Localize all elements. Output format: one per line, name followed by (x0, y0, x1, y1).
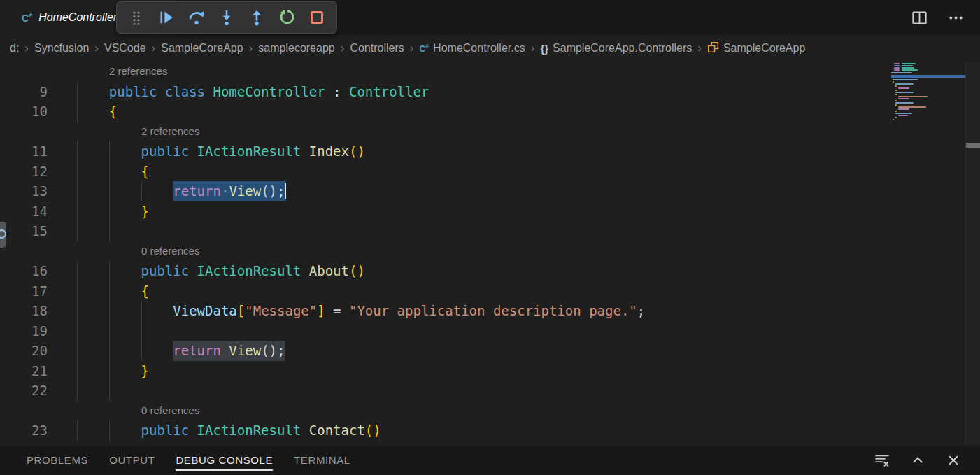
debug-restart-button[interactable] (274, 5, 299, 30)
breadcrumb-separator: › (410, 41, 414, 55)
panel-tab-problems[interactable]: PROBLEMS (27, 445, 88, 475)
code-line-content[interactable]: return View(); (77, 341, 285, 361)
text-cursor (285, 183, 286, 199)
split-editor-icon[interactable] (910, 8, 928, 27)
clear-console-icon[interactable] (874, 452, 890, 469)
code-line: 12 { (0, 162, 980, 182)
breadcrumb-item-samplecoreapp[interactable]: SampleCoreApp (707, 41, 805, 56)
line-number[interactable]: 16 (0, 261, 48, 281)
minimap-line (893, 119, 894, 120)
vscode-window: C# HomeController.cs d:›Syncfusion›VSCod… (0, 0, 980, 475)
code-token: } (141, 363, 149, 378)
breadcrumb-label: VSCode (104, 42, 146, 55)
breadcrumb-separator: › (697, 41, 702, 55)
line-number[interactable]: 20 (0, 341, 48, 361)
code-line-content[interactable]: } (77, 201, 149, 222)
panel-tab-output[interactable]: OUTPUT (109, 445, 155, 475)
minimap-line (898, 87, 909, 89)
code-line-content[interactable]: public IActionResult Contact() (77, 420, 381, 441)
debug-continue-button[interactable] (154, 5, 179, 30)
panel-tab-debug-console[interactable]: DEBUG CONSOLE (176, 445, 273, 475)
close-panel-icon[interactable] (945, 452, 962, 469)
breadcrumb-item-samplecoreapp-controllers[interactable]: {}SampleCoreApp.Controllers (540, 42, 692, 55)
minimap-line (902, 69, 918, 71)
codelens-row: 0 references (0, 241, 980, 262)
line-number[interactable]: 13 (0, 181, 48, 201)
scrollbar-thumb[interactable] (966, 143, 980, 148)
minimap-line (895, 85, 897, 87)
code-token: public class (109, 84, 213, 99)
code-token: IActionResult (197, 143, 309, 159)
debug-step-out-button[interactable] (244, 5, 269, 30)
panel-tabs: PROBLEMSOUTPUTDEBUG CONSOLETERMINAL (0, 445, 350, 475)
breadcrumb-item-controllers[interactable]: Controllers (350, 42, 404, 55)
code-token (77, 104, 109, 119)
line-number[interactable]: 18 (0, 301, 48, 321)
codelens-label[interactable]: 0 references (141, 401, 199, 421)
breadcrumb-item-d-[interactable]: d: (10, 42, 19, 55)
code-token: { (141, 164, 149, 179)
minimap-line (894, 67, 900, 69)
panel-tab-terminal[interactable]: TERMINAL (294, 445, 350, 475)
maximize-panel-icon[interactable] (909, 452, 926, 469)
code-line-content[interactable]: public IActionResult Index() (77, 141, 365, 162)
line-number[interactable]: 23 (0, 420, 48, 441)
line-number[interactable]: 22 (0, 381, 48, 401)
breadcrumb-item-syncfusion[interactable]: Syncfusion (34, 42, 89, 55)
code-line-content[interactable]: { (77, 162, 149, 182)
minimap-line (898, 108, 909, 110)
code-line: 19 (0, 321, 980, 341)
breadcrumb-item-vscode[interactable]: VSCode (104, 42, 146, 55)
panel-actions (874, 452, 980, 469)
codelens-label[interactable]: 2 references (109, 62, 167, 82)
debug-step-over-button[interactable] (184, 5, 209, 30)
csharp-file-icon: C# (22, 12, 32, 24)
code-token: { (141, 283, 149, 299)
minimap-line (902, 67, 914, 69)
breadcrumb-separator: › (249, 41, 253, 55)
line-number[interactable]: 14 (0, 201, 48, 222)
code-token: = (325, 303, 349, 318)
code-token: · (221, 183, 229, 199)
minimap-line (902, 65, 913, 66)
class-symbol-icon (707, 41, 719, 56)
code-line-content[interactable]: { (77, 101, 117, 122)
line-number[interactable]: 21 (0, 361, 48, 381)
code-line-content[interactable]: ViewData["Message"] = "Your application … (77, 301, 645, 321)
code-token: Contact (309, 423, 365, 438)
codelens-label[interactable]: 0 references (141, 241, 199, 262)
minimap-line (893, 79, 918, 80)
editor-scrollbar[interactable] (965, 62, 980, 444)
code-token (77, 283, 141, 299)
code-line-content[interactable]: public class HomeController : Controller (77, 82, 429, 102)
line-number[interactable]: 15 (0, 221, 48, 241)
code-editor[interactable]: 2 references9 public class HomeControlle… (0, 62, 980, 444)
indent-guide (109, 321, 110, 341)
code-line: 20 return View(); (0, 341, 980, 361)
breadcrumb-item-samplecoreapp[interactable]: SampleCoreApp (161, 42, 243, 55)
line-number[interactable]: 12 (0, 162, 48, 182)
code-line-content[interactable]: } (77, 361, 149, 381)
indent-guide (77, 221, 78, 241)
code-line-content[interactable]: public IActionResult About() (77, 261, 365, 281)
line-number[interactable]: 11 (0, 141, 48, 162)
code-line-content[interactable]: { (77, 281, 149, 302)
codelens-label[interactable]: 2 references (141, 122, 199, 142)
debug-stop-button[interactable] (304, 5, 329, 30)
line-number[interactable]: 10 (0, 101, 48, 122)
minimap[interactable] (891, 62, 965, 187)
more-actions-icon[interactable] (946, 8, 965, 27)
line-number[interactable]: 9 (0, 82, 48, 102)
code-token: IActionResult (197, 423, 309, 438)
debug-step-into-button[interactable] (214, 5, 239, 30)
code-token: public (141, 263, 197, 278)
breadcrumb-item-homecontroller-cs[interactable]: C#HomeController.cs (419, 42, 525, 55)
line-number[interactable]: 17 (0, 281, 48, 302)
code-line-content[interactable]: return·View(); (77, 181, 286, 201)
breadcrumb-item-samplecoreapp[interactable]: samplecoreapp (258, 42, 334, 55)
minimap-line (895, 83, 914, 85)
code-token: (); (261, 343, 285, 358)
line-number[interactable]: 19 (0, 321, 48, 341)
toolbar-drag-handle[interactable] (124, 5, 149, 30)
breadcrumb: d:›Syncfusion›VSCode›SampleCoreApp›sampl… (0, 35, 980, 62)
